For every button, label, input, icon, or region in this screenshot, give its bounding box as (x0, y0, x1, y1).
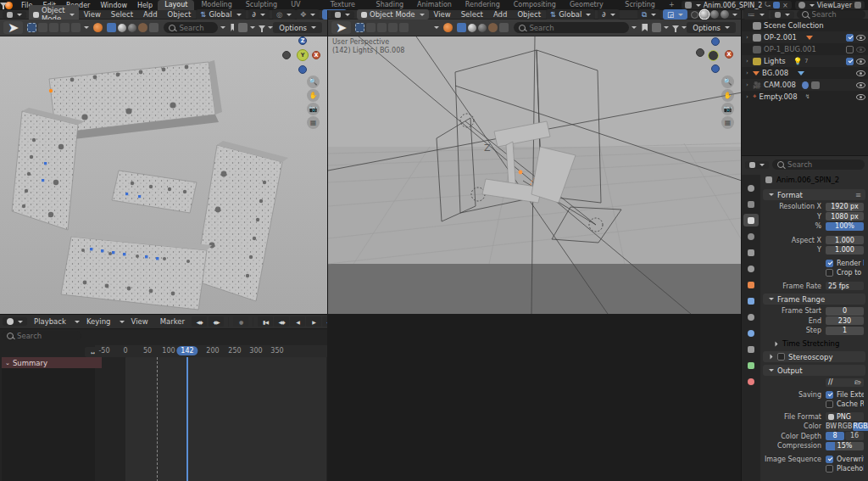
auto-keying-record-icon[interactable]: ● (233, 316, 248, 327)
hide-eye-icon[interactable] (856, 94, 865, 100)
color-rgba-option[interactable]: RGBA (853, 422, 868, 431)
rendered-shading-icon[interactable] (721, 10, 729, 19)
properties-tab-object[interactable] (743, 278, 759, 291)
select-invert-icon[interactable] (60, 23, 70, 32)
material-swatch-icon[interactable] (93, 23, 103, 32)
compression-slider[interactable]: 15% (826, 442, 864, 450)
select-extend-icon[interactable] (366, 23, 376, 32)
xray-toggle[interactable]: ⧉ (637, 9, 660, 20)
menu-help[interactable]: Help (132, 2, 158, 9)
properties-tab-object-data[interactable] (743, 359, 759, 372)
playhead[interactable] (186, 357, 188, 481)
hide-eye-icon[interactable] (856, 59, 865, 64)
menu-view[interactable]: View (126, 317, 153, 326)
filter-dropdown[interactable] (259, 25, 273, 30)
collection-visibility[interactable] (652, 23, 669, 32)
outliner-row-op2[interactable]: › OP-2.001 (742, 31, 868, 43)
menu-object[interactable]: Object (163, 10, 197, 19)
matcap-icon[interactable] (478, 24, 487, 32)
crop-render-region-checkbox[interactable]: Crop to Render Region (826, 269, 864, 277)
section-stereoscopy[interactable]: Stereoscopy (763, 351, 865, 362)
new-viewlayer-icon[interactable] (854, 2, 861, 8)
overwrite-checkbox[interactable]: Overwrite (826, 456, 864, 463)
properties-tab-constraints[interactable] (743, 343, 759, 355)
prev-keyframe-button[interactable]: ◀◆ (274, 316, 289, 327)
select-extend-icon[interactable] (38, 23, 47, 32)
current-frame-badge[interactable]: 142 (176, 346, 198, 355)
tab-rendering[interactable]: Rendering (459, 0, 507, 10)
sphere-icon[interactable] (468, 24, 476, 32)
tool-search[interactable] (514, 22, 629, 33)
summary-channel[interactable]: ⌄Summary (2, 357, 102, 368)
gizmo-minus-z-axis[interactable] (711, 64, 720, 73)
properties-search[interactable] (772, 159, 865, 170)
output-path-field[interactable]: //🗁 (826, 378, 864, 387)
active-tool-button[interactable]: ➤ (331, 21, 351, 34)
frame-start-field[interactable]: 0 (826, 307, 864, 316)
jump-prev-keyframe-button[interactable]: ◀◆ (192, 316, 207, 327)
viewport-3d-left[interactable]: Z Y X 🔍 ✋ 📷 ▦ (0, 36, 327, 314)
collection-checkbox[interactable] (846, 58, 854, 65)
options-button[interactable]: Options (273, 22, 322, 33)
aspect-x-field[interactable]: 1.000 (826, 236, 864, 244)
menu-view[interactable]: View (429, 10, 456, 19)
properties-tab-modifiers[interactable] (743, 294, 759, 307)
pin-icon[interactable]: ⤿ (765, 1, 771, 9)
pan-hand-icon[interactable]: ✋ (307, 89, 320, 102)
orientation-dropdown[interactable]: ⇅Global (196, 9, 245, 20)
outliner-scene-icon[interactable] (771, 11, 794, 19)
gizmo-minus-x-axis[interactable] (282, 51, 291, 59)
hide-eye-icon[interactable] (856, 35, 865, 41)
menu-playback[interactable]: Playback (29, 317, 71, 326)
snap-dropdown[interactable]: ∂ (248, 9, 270, 20)
gizmo-x-axis[interactable]: X (725, 50, 733, 59)
outliner-row-cam[interactable]: ›🎥 CAM.008 (742, 79, 868, 91)
select-new-icon[interactable] (355, 23, 364, 32)
tool-search[interactable] (164, 22, 218, 33)
render-region-checkbox[interactable]: Render Region (826, 260, 864, 267)
menu-add[interactable]: Add (138, 10, 162, 19)
material-swatch-icon[interactable] (443, 23, 453, 32)
channel-search[interactable]: ↔ -50 0 50 100 200 250 300 350 CAM.008 1… (2, 331, 81, 340)
menu-select[interactable]: Select (106, 10, 138, 19)
zoom-icon[interactable]: 🔍 (307, 76, 320, 88)
select-intersect-icon[interactable] (399, 23, 409, 32)
gizmo-x-axis[interactable]: X (312, 51, 320, 59)
timeline-keys-area[interactable]: CAM.008 (95, 357, 327, 481)
filter-icon[interactable] (0, 3, 7, 7)
monkey-icon[interactable] (488, 23, 498, 32)
snap-dropdown[interactable]: ∂ (598, 9, 619, 20)
select-subtract-icon[interactable] (377, 23, 387, 32)
viewport-3d-mid[interactable]: Z User Perspective (142) Lights | BG.008… (327, 36, 741, 314)
gizmo-y-axis[interactable]: Y (297, 49, 309, 61)
gizmo-minus-z-axis[interactable] (298, 65, 307, 74)
play-button[interactable]: ▶ (306, 316, 321, 327)
tab-layout[interactable]: Layout (158, 0, 194, 10)
hide-eye-icon[interactable] (856, 70, 865, 76)
section-format[interactable]: Format≡ (763, 189, 865, 200)
resolution-percent-field[interactable]: 100% (826, 222, 864, 231)
outliner-row-lights[interactable]: › Lights 💡 7 (742, 55, 868, 67)
menu-window[interactable]: Window (95, 2, 132, 9)
select-intersect-icon[interactable] (71, 23, 81, 32)
properties-tab-material[interactable] (743, 375, 759, 388)
gizmo-z-axis[interactable]: Z (298, 36, 307, 45)
camera-view-icon[interactable]: 📷 (721, 103, 734, 115)
zoom-icon[interactable]: 🔍 (721, 76, 734, 88)
brush-icon[interactable] (149, 23, 159, 32)
timeline-ruler[interactable]: -50 0 50 100 200 250 300 350 (95, 345, 327, 357)
depth-16-option[interactable]: 16 (845, 432, 864, 440)
hide-eye-icon[interactable] (856, 82, 865, 88)
file-format-dropdown[interactable]: PNG (826, 412, 864, 421)
properties-tab-particles[interactable] (743, 310, 759, 323)
folder-icon[interactable]: 🗁 (854, 378, 861, 386)
menu-keying[interactable]: Keying (81, 317, 116, 326)
select-subtract-icon[interactable] (49, 23, 58, 32)
properties-tab-output[interactable] (743, 214, 759, 227)
outliner-display-mode[interactable]: ≔ (743, 9, 769, 20)
color-rgb-option[interactable]: RGB (837, 422, 852, 431)
outliner-row-bg[interactable]: › BG.008 (742, 67, 868, 79)
file-extensions-checkbox[interactable]: File Extensions (826, 391, 864, 399)
properties-tab-render[interactable] (743, 198, 759, 210)
orientation-dropdown[interactable]: ⇅Global (546, 9, 595, 20)
